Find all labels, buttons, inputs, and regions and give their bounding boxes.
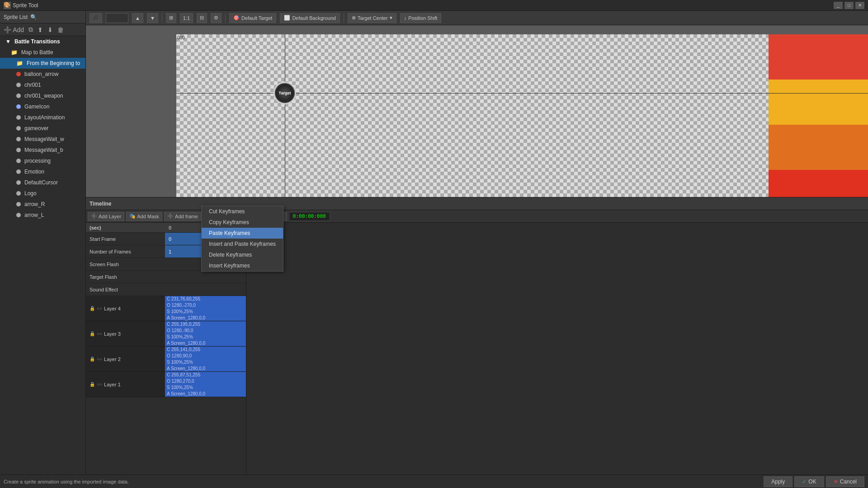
ctx-item-cut-keyframes[interactable]: Cut Keyframes: [202, 206, 283, 217]
separator-2: [225, 14, 226, 23]
sidebar-item-from-beginning[interactable]: 📁From the Beginning to: [0, 58, 85, 69]
sidebar-item-messagewait-w[interactable]: MessageWait_w: [0, 134, 85, 145]
layer-data-line: C 255,195,0,255: [167, 321, 200, 328]
layer-data-line: O 1280,-90,0: [167, 328, 193, 334]
tree-item-label: DefaultCursor: [24, 179, 58, 186]
ctx-item-delete-keyframes[interactable]: Delete Keyframes: [202, 249, 283, 260]
ctx-item-paste-keyframes[interactable]: Paste Keyframes: [202, 228, 283, 239]
sidebar-item-arrow-r[interactable]: arrow_R: [0, 199, 85, 210]
tree-item-label: Map to Battle: [21, 49, 53, 56]
layer-oo-btn[interactable]: ○○: [97, 382, 102, 387]
layer-data-3[interactable]: C 255,141,0,255O 1280,90,0S 100%,25%A Sc…: [165, 347, 246, 371]
settings-button[interactable]: ⚙: [211, 13, 222, 23]
layer-data-line: S 100%,25%: [167, 334, 193, 340]
window-controls: _ □ ✕: [834, 2, 864, 9]
color-dot: [16, 72, 21, 76]
layer-row-4: 🔒○○Layer 1C 255,87,51,255O 1280,270,0S 1…: [86, 372, 246, 397]
ctx-item-insert-paste-keyframes[interactable]: Insert and Paste Keyframes: [202, 239, 283, 249]
canvas-vline: [285, 34, 285, 197]
color-dot: [16, 83, 21, 87]
layer-name: Layer 2: [104, 357, 121, 362]
tree-item-label: Emotion: [24, 169, 44, 175]
sidebar-tree: ▼Battle Transitions📁Map to Battle📁From t…: [0, 36, 85, 488]
tree-item-label: balloon_arrow: [24, 71, 58, 77]
move-up-button[interactable]: ⬆: [36, 25, 45, 34]
color-dot: [16, 180, 21, 185]
target-center-button[interactable]: ⊕ Target Center ▾: [348, 13, 396, 23]
sound-effect-label: Sound Effect: [86, 287, 165, 292]
color-block-red-top: [769, 34, 868, 80]
position-shift-button[interactable]: ↕ Position Shift: [400, 13, 442, 23]
lock-icon[interactable]: 🔒: [90, 306, 95, 311]
sidebar-item-logo[interactable]: Logo: [0, 188, 85, 199]
fit-button[interactable]: ⊞: [166, 13, 176, 23]
ctx-item-insert-keyframes[interactable]: Insert Keyframes: [202, 260, 283, 271]
layer-label-1: 🔒○○Layer 4: [86, 296, 165, 321]
layer-data-2[interactable]: C 255,195,0,255O 1280,-90,0S 100%,25%A S…: [165, 321, 246, 346]
layer-name: Layer 3: [104, 331, 121, 337]
add-sprite-button[interactable]: ➕ Add: [2, 25, 26, 34]
zoom-1x-button[interactable]: 1:1: [180, 13, 193, 23]
lock-icon[interactable]: 🔒: [90, 331, 95, 336]
layer-oo-btn[interactable]: ○○: [97, 357, 102, 361]
sidebar-item-processing[interactable]: processing: [0, 155, 85, 166]
color-dot: [16, 115, 21, 120]
delete-button[interactable]: 🗑: [56, 25, 66, 34]
color-dot: [16, 137, 21, 141]
default-target-button[interactable]: 🎯 Default Target: [229, 13, 276, 23]
move-down-button[interactable]: ⬇: [46, 25, 55, 34]
layer-row-1: 🔒○○Layer 4C 231,76,60,255O 1280,-270,0S …: [86, 296, 246, 321]
target-label: Target: [279, 91, 291, 95]
color-dot: [16, 159, 21, 163]
zoom-input[interactable]: 0.50: [106, 13, 128, 23]
zoom-down-button[interactable]: ▼: [147, 13, 158, 23]
color-block-yellow: [769, 80, 868, 125]
sidebar-item-map-to-battle[interactable]: 📁Map to Battle: [0, 47, 85, 58]
sidebar-item-messagewait-b[interactable]: MessageWait_b: [0, 145, 85, 155]
sidebar-item-balloon-arrow[interactable]: balloon_arrow: [0, 69, 85, 80]
minimize-button[interactable]: _: [834, 2, 843, 9]
lock-icon[interactable]: 🔒: [90, 357, 95, 361]
folder-icon: 📁: [11, 49, 18, 56]
maximize-button[interactable]: □: [844, 2, 854, 9]
lock-icon[interactable]: 🔒: [90, 382, 95, 387]
layer-data-1[interactable]: C 231,76,60,255O 1280,-270,0S 100%,25%A …: [165, 296, 246, 321]
layer-row-3: 🔒○○Layer 2C 255,141,0,255O 1280,90,0S 10…: [86, 347, 246, 372]
sidebar-item-emotion[interactable]: Emotion: [0, 166, 85, 177]
sidebar-title: Sprite List: [4, 14, 28, 20]
sidebar-item-arrow-l[interactable]: arrow_L: [0, 210, 85, 221]
layer-name: Layer 4: [104, 306, 121, 311]
layer-oo-btn[interactable]: ○○: [97, 331, 102, 336]
layer-label-4: 🔒○○Layer 1: [86, 372, 165, 397]
zoom-up-button[interactable]: ▲: [132, 13, 143, 23]
sound-effect-row: Sound Effect: [86, 283, 246, 296]
apply-button[interactable]: Apply: [764, 476, 793, 487]
sidebar-item-chr001-weapon[interactable]: chr001_weapon: [0, 90, 85, 101]
tree-item-label: GameIcon: [24, 103, 49, 110]
default-background-button[interactable]: ⬜ Default Background: [280, 13, 340, 23]
add-frame-button[interactable]: ➕ Add frame: [164, 212, 201, 221]
ok-button[interactable]: ✓ OK: [794, 476, 824, 487]
target-flash-value: [165, 271, 246, 283]
cancel-button[interactable]: ✕ Cancel: [826, 476, 864, 487]
sidebar-item-gameicon[interactable]: GameIcon: [0, 101, 85, 112]
duplicate-button[interactable]: ⧉: [27, 25, 35, 34]
canvas-area[interactable]: 000 Target: [86, 25, 868, 197]
sidebar-item-battle-transitions[interactable]: ▼Battle Transitions: [0, 36, 85, 47]
layer-data-4[interactable]: C 255,87,51,255O 1280,270,0S 100%,25%A S…: [165, 372, 246, 397]
layer-oo-btn[interactable]: ○○: [97, 306, 102, 311]
sidebar-item-gameover[interactable]: gameover: [0, 123, 85, 134]
add-mask-button[interactable]: 🎭 Add Mask: [126, 212, 162, 221]
tree-item-label: gameover: [24, 125, 48, 131]
timeline-tracks[interactable]: [246, 223, 868, 488]
color-dot: [16, 148, 21, 152]
add-layer-button[interactable]: ➕ Add Layer: [88, 212, 124, 221]
ctx-item-copy-keyframes[interactable]: Copy Keyframes: [202, 217, 283, 228]
grid-button[interactable]: ⊟: [197, 13, 207, 23]
sidebar-item-chr001[interactable]: chr001: [0, 80, 85, 90]
search-icon[interactable]: 🔍: [30, 14, 37, 20]
zoom-out-button[interactable]: ⬛: [90, 13, 102, 23]
sidebar-item-defaultcursor[interactable]: DefaultCursor: [0, 177, 85, 188]
close-button[interactable]: ✕: [855, 2, 864, 9]
sidebar-item-layoutanimation[interactable]: LayoutAnimation: [0, 112, 85, 123]
